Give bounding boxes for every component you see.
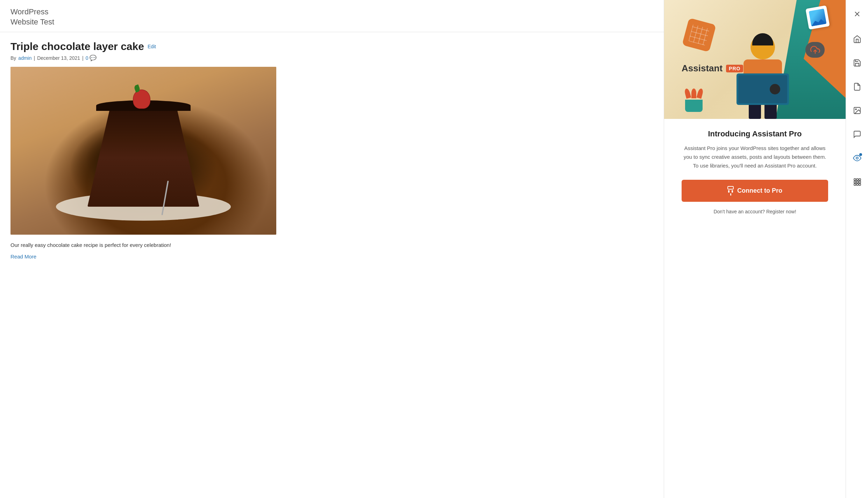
laptop-screen [738,75,787,103]
person-head [750,35,775,59]
active-dot [859,153,862,156]
leaf2 [691,88,696,98]
assistant-nav-button[interactable] [850,151,864,165]
cake-slice [87,109,199,207]
photo-card-decor [805,5,830,30]
waffle-icon-decor [682,18,716,52]
pro-heading: Introducing Assistant Pro [682,129,828,138]
leaf3 [697,88,704,99]
waffle-grid [688,24,710,45]
svg-rect-9 [854,181,856,183]
meta-separator2: | [82,55,84,61]
pro-badge: PRO [726,65,743,72]
svg-rect-8 [859,179,861,180]
svg-rect-13 [856,184,858,185]
close-icon [853,10,861,18]
comments-nav-button[interactable] [850,127,864,141]
connect-to-pro-button[interactable]: Connect to Pro [682,180,828,202]
cloud-upload-icon [810,45,820,55]
plug-head [727,186,734,190]
cloud-upload-decor [805,42,825,58]
post-meta: By admin | December 13, 2021 | 0 💬 [10,55,653,61]
photo-mountain [810,17,827,26]
pro-illustration: Assistant PRO [664,0,846,119]
svg-rect-10 [856,181,858,183]
plant-decor [685,88,703,112]
register-text-content: Don't have an account? Register now! [713,209,796,214]
pro-description: Assistant Pro joins your WordPress sites… [682,144,828,170]
save-icon [853,59,861,67]
pro-content: Introducing Assistant Pro Assistant Pro … [664,119,846,498]
post-image [10,67,276,235]
logo-text: Assistant [682,63,723,74]
svg-rect-7 [856,179,858,180]
svg-rect-11 [859,181,861,183]
leaf1 [684,88,691,99]
post-title-row: Triple chocolate layer cake Edit [10,41,653,52]
post-title: Triple chocolate layer cake [10,41,144,52]
apps-nav-button[interactable] [850,175,864,189]
post-area: Triple chocolate layer cake Edit By admi… [0,32,664,270]
meta-separator1: | [34,55,35,61]
assistant-panel: Assistant PRO Introducing Assistant Pro … [664,0,846,498]
plug-cord [730,193,731,195]
plug-icon [727,186,734,195]
svg-point-5 [856,157,858,159]
strawberry [133,90,150,109]
read-more-link[interactable]: Read More [10,254,36,259]
svg-rect-14 [859,184,861,185]
person-torso [744,59,782,101]
plant-leaves [685,88,703,98]
comment-number: 0 [86,55,88,61]
home-nav-button[interactable] [850,32,864,46]
plant-pot [685,100,703,112]
svg-rect-12 [854,184,856,185]
plug-prongs [728,190,733,193]
author-link[interactable]: admin [18,55,31,61]
connect-button-label: Connect to Pro [737,187,782,194]
apps-grid-icon [853,178,861,186]
person-laptop [737,73,789,105]
main-content: WordPress Website Test Triple chocolate … [0,0,664,498]
site-header: WordPress Website Test [0,0,664,32]
photo-inner [809,9,827,27]
comment-count[interactable]: 0 💬 [86,55,97,61]
media-icon [853,106,861,115]
laptop-circle [770,84,780,94]
media-nav-button[interactable] [850,104,864,118]
cake-image-bg [10,67,276,235]
prong-right [732,190,733,193]
page-icon [853,83,861,91]
svg-point-4 [855,109,856,110]
page-nav-button[interactable] [850,80,864,94]
icon-sidebar [846,0,868,498]
post-excerpt: Our really easy chocolate cake recipe is… [10,241,653,249]
site-title-line1: WordPress [10,7,653,17]
person-illustration [744,35,782,119]
site-title-line2: Website Test [10,17,653,27]
post-date: December 13, 2021 [37,55,80,61]
home-icon [853,35,861,43]
comments-icon [853,130,861,138]
assistant-pro-logo: Assistant PRO [682,63,743,74]
edit-link[interactable]: Edit [148,44,156,49]
comment-icon: 💬 [90,55,97,61]
save-nav-button[interactable] [850,56,864,70]
person-hair [752,33,773,45]
close-panel-button[interactable] [850,7,864,21]
register-text: Don't have an account? Register now! [682,209,828,214]
svg-rect-6 [854,179,856,180]
prong-left [728,190,730,193]
by-text: By [10,55,16,61]
